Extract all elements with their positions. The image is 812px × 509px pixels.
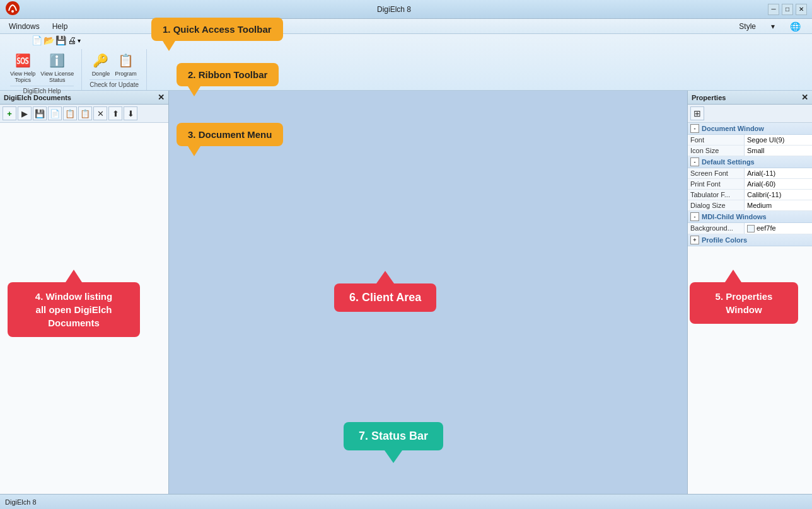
- props-label-tabulator: Tabulator F...: [688, 190, 745, 200]
- window-title: DigiElch 8: [20, 5, 768, 14]
- svg-point-0: [6, 1, 20, 15]
- ribbon-group-update: 🔑 Dongle 📋 Program Check for Update: [82, 49, 147, 90]
- app-icon: [5, 1, 20, 18]
- doc-save-btn[interactable]: 💾: [33, 106, 47, 120]
- props-label-print-font: Print Font: [688, 179, 745, 189]
- props-content: - Document Window Font Segoe UI(9) Icon …: [688, 123, 812, 494]
- props-section-mdi: - MDI-Child Windows: [688, 211, 812, 223]
- ribbon-group-update-icons: 🔑 Dongle 📋 Program: [92, 52, 137, 77]
- new-icon[interactable]: 📄: [32, 35, 42, 45]
- minimize-button[interactable]: ─: [768, 4, 779, 15]
- props-value-tabulator[interactable]: Calibri(-11): [745, 190, 812, 200]
- view-help-btn[interactable]: 🆘 View HelpTopics: [10, 52, 35, 83]
- open-icon[interactable]: 📂: [44, 35, 54, 45]
- props-row-screen-font: Screen Font Arial(-11): [688, 168, 812, 179]
- status-text: DigiElch 8: [5, 498, 37, 506]
- ribbon-group-update-label: Check for Update: [90, 79, 139, 88]
- style-dropdown[interactable]: ▾: [765, 21, 781, 32]
- client-area: [169, 91, 687, 494]
- print-icon[interactable]: 🖨: [67, 35, 76, 45]
- globe-icon: 🌐: [784, 20, 807, 33]
- props-label-screen-font: Screen Font: [688, 168, 745, 178]
- props-section-doc-window-label: Document Window: [702, 125, 764, 132]
- doc-panel: DigiElch Documents ✕ + ▶ 💾 📄 📋 📋 ✕ ⬆ ⬇: [0, 91, 169, 494]
- program-btn[interactable]: 📋 Program: [115, 52, 137, 77]
- doc-new-btn[interactable]: 📄: [48, 106, 62, 120]
- status-bar: DigiElch 8: [0, 494, 812, 509]
- menu-bar: Windows Help Style ▾ 🌐: [0, 19, 812, 34]
- doc-panel-title: DigiElch Documents: [4, 94, 71, 101]
- doc-paste-btn[interactable]: 📋: [78, 106, 92, 120]
- title-bar: DigiElch 8 ─ □ ✕: [0, 0, 812, 19]
- ribbon-group-help-label: DigiElch Help: [10, 86, 74, 94]
- props-value-print-font[interactable]: Arial(-60): [745, 179, 812, 189]
- props-expand-doc-window[interactable]: -: [690, 124, 699, 133]
- props-section-default-settings: - Default Settings: [688, 156, 812, 168]
- ribbon: 📄 📂 💾 🖨 ▾ 🆘 View HelpTopics ℹ️ View Lice…: [0, 34, 812, 91]
- props-header: Properties ✕: [688, 91, 812, 105]
- dongle-btn[interactable]: 🔑 Dongle: [92, 52, 110, 77]
- props-label-icon-size: Icon Size: [688, 146, 745, 156]
- props-section-mdi-label: MDI-Child Windows: [702, 213, 767, 220]
- doc-toolbar: + ▶ 💾 📄 📋 📋 ✕ ⬆ ⬇: [0, 105, 168, 123]
- ribbon-groups: 🆘 View HelpTopics ℹ️ View LicenseStatus …: [3, 49, 147, 90]
- doc-add-btn[interactable]: +: [3, 106, 16, 120]
- props-value-dialog-size[interactable]: Medium: [745, 200, 812, 210]
- props-section-document-window: - Document Window: [688, 123, 812, 135]
- props-row-font: Font Segoe UI(9): [688, 135, 812, 146]
- ribbon-group-help: 🆘 View HelpTopics ℹ️ View LicenseStatus …: [3, 49, 82, 90]
- maximize-button[interactable]: □: [782, 4, 793, 15]
- doc-panel-close[interactable]: ✕: [158, 93, 165, 102]
- ribbon-group-help-icons: 🆘 View HelpTopics ℹ️ View LicenseStatus: [10, 52, 74, 83]
- props-label-font: Font: [688, 135, 745, 145]
- props-value-background[interactable]: eef7fe: [745, 223, 812, 234]
- props-expand-profile-colors[interactable]: +: [690, 236, 699, 244]
- doc-delete-btn[interactable]: ✕: [93, 106, 107, 120]
- props-section-profile-colors: + Profile Colors: [688, 234, 812, 246]
- doc-copy-btn[interactable]: 📋: [63, 106, 77, 120]
- doc-arrow-btn[interactable]: ▶: [18, 106, 32, 120]
- props-panel: Properties ✕ ⊞ - Document Window Font Se…: [687, 91, 812, 494]
- props-layout-btn[interactable]: ⊞: [690, 106, 704, 120]
- props-expand-default-settings[interactable]: -: [690, 157, 699, 166]
- style-label: Style: [733, 21, 762, 32]
- props-row-dialog-size: Dialog Size Medium: [688, 200, 812, 211]
- menu-help[interactable]: Help: [46, 21, 74, 32]
- save-icon[interactable]: 💾: [55, 35, 66, 45]
- close-button[interactable]: ✕: [796, 4, 807, 15]
- view-license-btn[interactable]: ℹ️ View LicenseStatus: [40, 52, 74, 83]
- props-row-icon-size: Icon Size Small: [688, 146, 812, 156]
- doc-up-btn[interactable]: ⬆: [108, 106, 122, 120]
- props-row-background: Background... eef7fe: [688, 223, 812, 234]
- props-close[interactable]: ✕: [801, 93, 808, 102]
- menu-windows[interactable]: Windows: [3, 21, 46, 32]
- props-row-tabulator: Tabulator F... Calibri(-11): [688, 190, 812, 200]
- props-section-profile-colors-label: Profile Colors: [702, 236, 747, 244]
- props-value-font[interactable]: Segoe UI(9): [745, 135, 812, 145]
- props-value-screen-font[interactable]: Arial(-11): [745, 168, 812, 178]
- doc-content: [0, 123, 168, 494]
- dropdown-arrow[interactable]: ▾: [78, 37, 81, 44]
- main-area: DigiElch Documents ✕ + ▶ 💾 📄 📋 📋 ✕ ⬆ ⬇ P…: [0, 91, 812, 494]
- props-toolbar: ⊞: [688, 105, 812, 123]
- props-section-default-settings-label: Default Settings: [702, 158, 755, 166]
- window-controls: ─ □ ✕: [768, 4, 807, 15]
- props-value-icon-size[interactable]: Small: [745, 146, 812, 156]
- props-label-background: Background...: [688, 223, 745, 234]
- doc-down-btn[interactable]: ⬇: [124, 106, 137, 120]
- props-title: Properties: [692, 94, 726, 101]
- props-row-print-font: Print Font Arial(-60): [688, 179, 812, 190]
- props-expand-mdi[interactable]: -: [690, 212, 699, 221]
- quick-access-toolbar: 📄 📂 💾 🖨 ▾: [32, 35, 81, 45]
- svg-point-1: [11, 10, 14, 13]
- background-color-swatch: [747, 225, 755, 232]
- props-label-dialog-size: Dialog Size: [688, 200, 745, 210]
- style-area: Style ▾ 🌐: [733, 20, 809, 33]
